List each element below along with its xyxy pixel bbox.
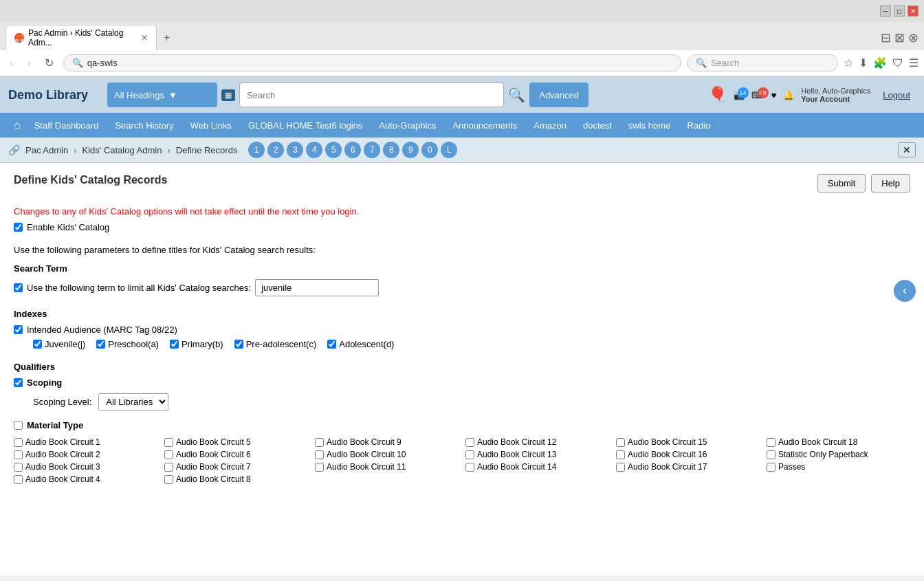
mat-2-checkbox[interactable] <box>14 450 23 459</box>
page-3[interactable]: 3 <box>287 142 303 158</box>
search-go-btn[interactable]: 🔍 <box>508 87 525 103</box>
search-term-checkbox[interactable] <box>14 283 23 292</box>
page-7[interactable]: 7 <box>364 142 380 158</box>
mat-17-checkbox[interactable] <box>616 463 625 472</box>
mat-16-checkbox[interactable] <box>616 450 625 459</box>
search-widget: All Headings ▼ ▦ 🔍 Advanced <box>107 83 588 107</box>
nav-swls-home[interactable]: swls home <box>620 115 679 136</box>
page-0[interactable]: 0 <box>421 142 438 158</box>
search-dropdown[interactable]: All Headings ▼ <box>107 83 217 107</box>
juvenile-checkbox[interactable] <box>33 340 42 349</box>
forward-btn[interactable]: › <box>23 56 34 71</box>
keyboard-badge-count: F9 <box>758 87 769 98</box>
advanced-btn[interactable]: Advanced <box>529 83 588 107</box>
breadcrumb-kids-catalog[interactable]: Kids' Catalog Admin <box>82 145 162 155</box>
mat-11-checkbox[interactable] <box>315 463 324 472</box>
logout-btn[interactable]: Logout <box>877 90 916 100</box>
mat-6-checkbox[interactable] <box>164 450 173 459</box>
mat-1-checkbox[interactable] <box>14 438 23 447</box>
scroll-back-btn[interactable]: ‹ <box>894 280 916 302</box>
mat-10-checkbox[interactable] <box>315 450 324 459</box>
bookmark-icon[interactable]: ☆ <box>844 56 853 69</box>
mat-5-checkbox[interactable] <box>164 438 173 447</box>
nav-radio[interactable]: Radio <box>679 115 718 136</box>
address-bar[interactable]: 🔍 qa-swls <box>63 54 681 72</box>
extensions-icon[interactable]: 🧩 <box>873 56 887 69</box>
material-item-18: Audio Book Circuit 18 <box>767 437 910 447</box>
help-btn[interactable]: Help <box>871 174 910 193</box>
mat-7-checkbox[interactable] <box>164 463 173 472</box>
home-icon[interactable]: ⌂ <box>8 113 26 137</box>
maximize-btn[interactable]: □ <box>894 6 905 17</box>
new-tab-btn[interactable]: + <box>160 30 174 45</box>
mat-18-checkbox[interactable] <box>767 438 776 447</box>
material-item-19: Statistic Only Paperback <box>767 450 910 459</box>
page-1[interactable]: 1 <box>248 142 265 158</box>
scoping-level-select[interactable]: All Libraries Branch System <box>98 393 168 410</box>
database-icon[interactable]: ▦ <box>221 89 235 101</box>
page-6[interactable]: 6 <box>344 142 361 158</box>
user-area[interactable]: Hello, Auto-Graphics Your Account <box>801 87 870 103</box>
enable-row: Enable Kids' Catalog <box>14 222 910 232</box>
material-type-checkbox[interactable] <box>14 421 23 430</box>
mat-8-checkbox[interactable] <box>164 475 173 484</box>
keyboard-badge-icon[interactable]: ⌨ F9 <box>751 90 764 100</box>
mat-9-checkbox[interactable] <box>315 438 324 447</box>
nav-announcements[interactable]: Announcements <box>444 115 525 136</box>
submit-btn[interactable]: Submit <box>817 174 866 193</box>
mat-19-checkbox[interactable] <box>767 450 776 459</box>
mat-13-checkbox[interactable] <box>465 450 474 459</box>
nav-global-home[interactable]: GLOBAL HOME Test6 logins <box>240 115 371 136</box>
active-tab[interactable]: 🦊 Pac Admin › Kids' Catalog Adm... ✕ <box>6 25 157 50</box>
nav-auto-graphics[interactable]: Auto-Graphics <box>371 115 444 136</box>
menu-icon[interactable]: ☰ <box>909 56 918 69</box>
mat-3-checkbox[interactable] <box>14 463 23 472</box>
material-type-label: Material Type <box>27 420 83 430</box>
nav-staff-dashboard[interactable]: Staff Dashboard <box>26 115 107 136</box>
page-9[interactable]: 9 <box>402 142 419 158</box>
page-5[interactable]: 5 <box>325 142 342 158</box>
downloads-icon[interactable]: ⬇ <box>859 56 868 69</box>
breadcrumb-pac-admin[interactable]: Pac Admin <box>25 145 68 155</box>
mat-4-checkbox[interactable] <box>14 475 23 484</box>
tab-close-btn[interactable]: ✕ <box>141 33 148 43</box>
nav-search-history[interactable]: Search History <box>107 115 182 136</box>
page-L[interactable]: L <box>441 142 457 158</box>
balloon-icon[interactable]: 🎈 <box>708 86 727 104</box>
intended-audience-checkbox[interactable] <box>14 325 23 334</box>
mat-14-checkbox[interactable] <box>465 463 474 472</box>
primary-checkbox[interactable] <box>170 340 179 349</box>
nav-doctest[interactable]: doctest <box>575 115 620 136</box>
pre-adolescent-checkbox[interactable] <box>234 340 243 349</box>
mat-12-checkbox[interactable] <box>465 438 474 447</box>
material-item-9: Audio Book Circuit 9 <box>315 437 459 447</box>
address-text: qa-swls <box>87 58 672 68</box>
material-type-row: Material Type <box>14 420 910 430</box>
camera-badge-icon[interactable]: 📷 14 <box>734 90 745 100</box>
browser-search-box[interactable]: 🔍 Search <box>687 54 838 72</box>
search-term-input[interactable] <box>255 279 379 296</box>
mat-20-checkbox[interactable] <box>767 463 776 472</box>
reload-btn[interactable]: ↻ <box>41 55 58 71</box>
breadcrumb-define-records[interactable]: Define Records <box>176 145 238 155</box>
breadcrumb-close-btn[interactable]: ✕ <box>898 142 916 157</box>
mat-15-checkbox[interactable] <box>616 438 625 447</box>
scoping-checkbox[interactable] <box>14 378 23 387</box>
nav-web-links[interactable]: Web Links <box>182 115 240 136</box>
material-item-10: Audio Book Circuit 10 <box>315 450 459 459</box>
nav-amazon[interactable]: Amazon <box>525 115 575 136</box>
close-window-btn[interactable]: ✕ <box>908 6 918 17</box>
enable-checkbox[interactable] <box>14 223 23 232</box>
heart-icon[interactable]: ♥ <box>771 90 777 100</box>
sub-juvenile: Juvenile(j) <box>33 339 85 349</box>
search-input[interactable] <box>239 83 504 107</box>
back-btn[interactable]: ‹ <box>6 56 17 71</box>
page-2[interactable]: 2 <box>267 142 284 158</box>
adolescent-checkbox[interactable] <box>327 340 336 349</box>
minimize-btn[interactable]: ─ <box>880 6 891 17</box>
shield-icon[interactable]: 🛡 <box>892 57 903 69</box>
page-4[interactable]: 4 <box>306 142 322 158</box>
page-8[interactable]: 8 <box>383 142 399 158</box>
bell-icon[interactable]: 🔔 <box>783 90 794 100</box>
preschool-checkbox[interactable] <box>96 340 105 349</box>
